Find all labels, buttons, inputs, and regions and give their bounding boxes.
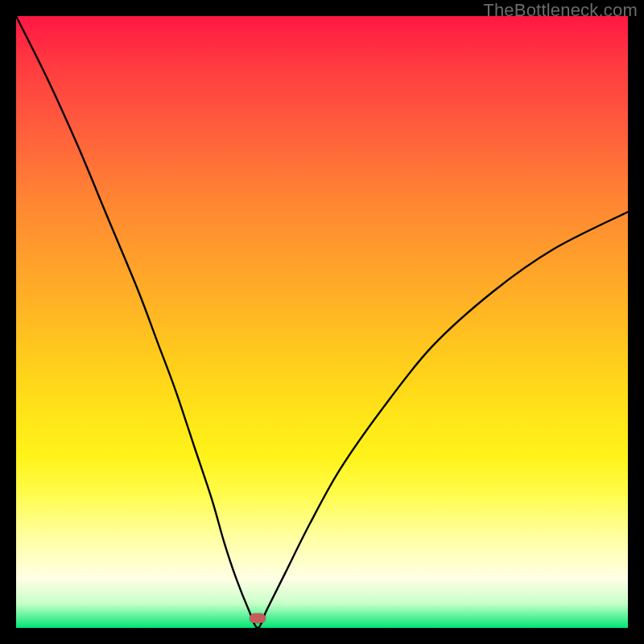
chart-frame: TheBottleneck.com: [0, 0, 644, 644]
bottleneck-curve: [16, 16, 628, 628]
optimal-point-marker: [250, 613, 266, 623]
plot-area: [16, 16, 628, 628]
watermark-text: TheBottleneck.com: [483, 0, 638, 21]
